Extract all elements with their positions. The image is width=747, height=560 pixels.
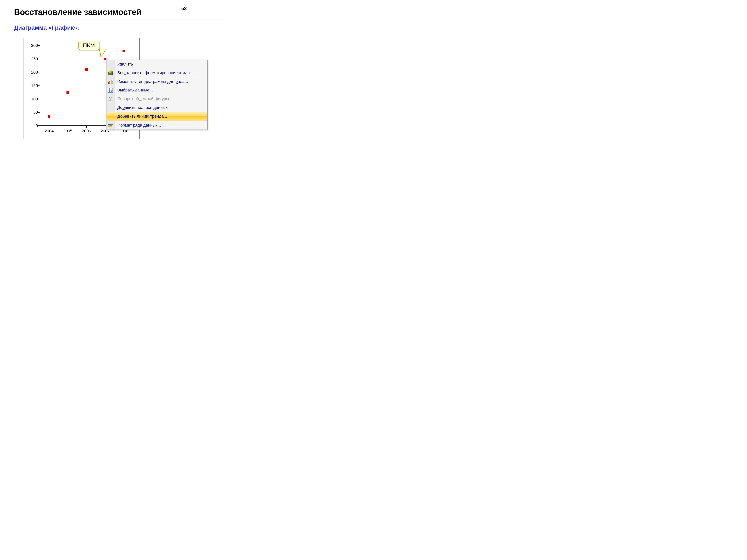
menu-item[interactable]: Добавить подписи данных [106,103,207,112]
y-axis [40,44,40,126]
data-point[interactable] [123,50,125,52]
menu-item-label: Восстановить форматирование стиля [117,70,190,75]
slide-subtitle: Диаграмма «График»: [14,24,79,31]
menu-item[interactable]: Добавить линию тренда... [107,112,207,121]
y-tick-label: 0 [36,124,38,128]
context-menu[interactable]: УдалитьВосстановить форматирование стиля… [106,60,207,130]
svg-rect-20 [108,124,111,125]
y-tick [38,72,40,73]
y-tick-label: 200 [31,70,38,75]
y-tick-label: 150 [31,83,38,88]
menu-item[interactable]: Восстановить форматирование стиля [106,69,207,77]
slide: 52 Восстановление зависимостей Диаграмма… [0,0,239,179]
y-tick [38,59,40,59]
y-tick [38,85,40,86]
menu-item-label: Удалить [117,62,133,66]
menu-item-label: Формат ряда данных... [117,123,161,128]
y-tick [38,45,40,46]
menu-item[interactable]: Выбрать данные... [106,86,207,95]
svg-rect-12 [111,91,111,92]
chart-type-icon [108,79,113,84]
x-tick [86,126,87,128]
callout-pkm: ПКМ [78,41,99,50]
data-point[interactable] [67,91,69,94]
x-tick-label: 2005 [63,129,73,133]
y-tick-label: 300 [31,43,38,48]
title-underline [13,19,226,20]
data-point[interactable] [48,115,50,118]
data-point[interactable] [85,68,88,71]
svg-point-2 [111,71,112,73]
menu-item-label: Поворот объемной фигуры... [117,96,172,101]
y-tick-label: 50 [33,110,38,115]
svg-rect-5 [111,80,112,84]
menu-item: Поворот объемной фигуры... [106,95,207,103]
format-series-icon [108,123,113,128]
y-tick-label: 100 [31,97,38,102]
menu-item-label: Изменить тип диаграммы для ряда... [117,79,188,84]
reset-style-icon [108,70,113,75]
menu-item-label: Добавить линию тренда... [118,114,167,118]
y-tick [38,99,40,99]
menu-item-label: Добавить подписи данных [117,105,168,110]
select-data-icon [108,88,113,92]
y-tick [38,126,40,126]
x-tick-label: 2006 [82,129,91,133]
callout-label: ПКМ [78,41,99,50]
svg-rect-14 [112,91,112,92]
x-tick [68,126,68,128]
menu-item[interactable]: Формат ряда данных... [106,121,207,130]
svg-rect-3 [108,82,109,84]
page-number: 52 [181,6,187,11]
callout-tail [99,49,106,58]
svg-rect-6 [112,81,112,84]
menu-item[interactable]: Изменить тип диаграммы для ряда... [106,77,207,86]
y-tick-label: 250 [31,57,38,61]
menu-item-label: Выбрать данные... [117,88,153,92]
x-tick-label: 2004 [45,129,54,133]
y-tick [38,112,40,112]
x-tick [105,126,105,128]
slide-title: Восстановление зависимостей [14,7,141,17]
svg-rect-13 [112,91,112,92]
rotate-3d-icon [108,96,113,101]
x-tick [49,126,49,128]
menu-item[interactable]: Удалить [106,60,207,69]
svg-rect-4 [109,81,110,84]
